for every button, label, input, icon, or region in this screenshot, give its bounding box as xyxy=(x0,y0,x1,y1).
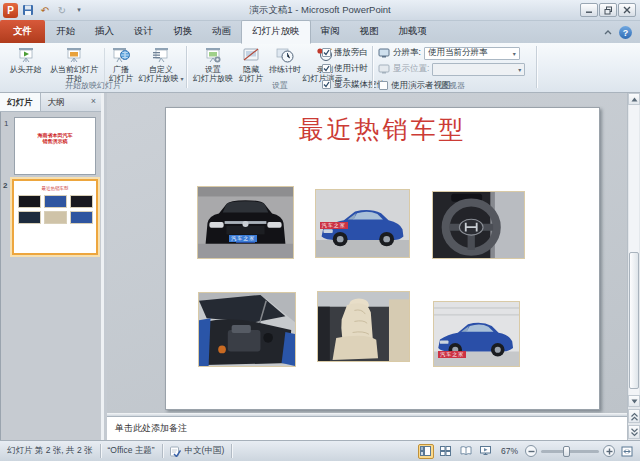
slide2-thumbnail[interactable]: 最近热销车型 xyxy=(12,179,98,255)
zoom-out-button[interactable] xyxy=(525,445,537,457)
tab-outline[interactable]: 大纲 xyxy=(41,93,72,111)
thumb-mini-image xyxy=(44,211,67,224)
slide1-number: 1 xyxy=(4,119,8,128)
slide-counter: 幻灯片 第 2 张, 共 2 张 xyxy=(0,445,100,457)
tab-slideshow[interactable]: 幻灯片放映 xyxy=(241,20,311,44)
help-icon[interactable]: ? xyxy=(619,26,632,39)
monitor-icon xyxy=(378,48,390,59)
from-beginning-button[interactable]: 从头开始 xyxy=(5,45,46,85)
resolution-row: 分辨率: 使用当前分辨率 ▾ xyxy=(378,46,520,60)
display-on-row: 显示位置: ▾ xyxy=(378,62,525,76)
scroll-up-button[interactable] xyxy=(628,93,640,105)
quick-access-toolbar: P ↶ ↻ ▾ xyxy=(0,3,86,18)
zoom-slider[interactable] xyxy=(541,450,599,453)
divider xyxy=(104,48,105,84)
broadcast-slideshow-button[interactable]: 广播 幻灯片 xyxy=(106,45,136,85)
scrollbar-track[interactable] xyxy=(629,105,639,395)
checkbox-use-timings[interactable]: 使用计时 xyxy=(322,63,368,74)
normal-view-button[interactable] xyxy=(418,444,434,459)
previous-slide-button[interactable] xyxy=(628,409,640,423)
slide-title[interactable]: 最近热销车型 xyxy=(166,113,599,146)
photo-black-honda-front[interactable]: 汽车之家 xyxy=(197,186,294,259)
powerpoint-logo-icon[interactable]: P xyxy=(3,3,18,18)
slideshow-view-button[interactable] xyxy=(478,444,494,459)
next-slide-button[interactable] xyxy=(628,425,640,439)
photo-blue-sedan-threequarter[interactable]: 汽车之家 xyxy=(433,301,520,367)
photo-steering-wheel[interactable] xyxy=(432,191,525,259)
ribbon-tab-bar: 文件 开始 插入 设计 切换 动画 幻灯片放映 审阅 视图 加载项 ? xyxy=(0,21,640,43)
slide-sorter-icon xyxy=(440,446,451,456)
group-divider xyxy=(536,46,537,88)
fit-to-window-icon xyxy=(621,446,633,457)
close-button[interactable] xyxy=(618,3,636,17)
tab-design[interactable]: 设计 xyxy=(124,21,163,43)
minus-icon xyxy=(528,448,535,455)
powerpoint-window: P ↶ ↻ ▾ 演示文稿1 - Microsoft PowerPoint 文件 … xyxy=(0,0,640,461)
slide-canvas[interactable]: 最近热销车型 汽车之家 xyxy=(165,107,600,410)
thumb-mini-image xyxy=(70,211,93,224)
slide-editing-area: 最近热销车型 汽车之家 xyxy=(107,93,627,413)
hide-slide-button[interactable]: 隐藏 幻灯片 xyxy=(236,45,266,85)
close-pane-icon[interactable]: × xyxy=(86,93,101,111)
resolution-select[interactable]: 使用当前分辨率 ▾ xyxy=(424,47,520,60)
scrollbar-thumb[interactable] xyxy=(629,252,639,389)
group-divider xyxy=(186,46,187,88)
reading-view-button[interactable] xyxy=(458,444,474,459)
zoom-in-button[interactable] xyxy=(603,445,615,457)
display-on-label: 显示位置: xyxy=(393,63,429,75)
hide-slide-icon xyxy=(241,45,261,65)
window-title: 演示文稿1 - Microsoft PowerPoint xyxy=(0,4,640,17)
dropdown-caret-icon: ▾ xyxy=(510,50,519,57)
rehearse-timings-button[interactable]: 排练计时 xyxy=(266,45,304,85)
checkbox-label: 播放旁白 xyxy=(334,47,368,59)
slide-sorter-view-button[interactable] xyxy=(438,444,454,459)
tab-home[interactable]: 开始 xyxy=(46,21,85,43)
tab-addins[interactable]: 加载项 xyxy=(389,21,438,43)
tab-review[interactable]: 审阅 xyxy=(311,21,350,43)
collapse-ribbon-icon[interactable] xyxy=(603,29,613,36)
slide2-thumb-title: 最近热销车型 xyxy=(14,186,96,191)
checkbox-checked-icon xyxy=(322,64,331,73)
group-label-monitors: 监视器 xyxy=(372,80,534,91)
notes-pane[interactable]: 单击此处添加备注 xyxy=(107,416,627,440)
checkbox-play-narrations[interactable]: 播放旁白 xyxy=(322,47,368,58)
theme-name[interactable]: “Office 主题” xyxy=(101,445,162,457)
from-beginning-label: 从头开始 xyxy=(10,65,42,74)
slides-panel-tabs: 幻灯片 大纲 × xyxy=(0,93,101,112)
minimize-button[interactable] xyxy=(580,3,598,17)
zoom-slider-thumb[interactable] xyxy=(563,446,570,457)
minimize-icon xyxy=(585,6,593,14)
tab-file[interactable]: 文件 xyxy=(0,20,45,43)
redo-button[interactable]: ↻ xyxy=(55,3,69,17)
photo-leather-seats[interactable] xyxy=(317,291,410,362)
tab-insert[interactable]: 插入 xyxy=(85,21,124,43)
tab-transitions[interactable]: 切换 xyxy=(163,21,202,43)
custom-slideshow-button[interactable]: 自定义 幻灯片放映 ▾ xyxy=(137,45,185,85)
reading-view-icon xyxy=(460,446,472,456)
arrow-down-icon xyxy=(631,399,638,404)
language-indicator[interactable]: 中文(中国) xyxy=(163,445,232,457)
fit-to-window-button[interactable] xyxy=(619,444,635,459)
setup-slideshow-button[interactable]: 设置 幻灯片放映 xyxy=(190,45,236,85)
photo-engine-bay[interactable] xyxy=(198,292,296,367)
save-button[interactable] xyxy=(21,3,35,17)
qat-dropdown-caret-icon[interactable]: ▾ xyxy=(72,3,86,17)
from-current-slide-button[interactable]: 从当前幻灯片 开始 xyxy=(46,45,102,85)
restore-button[interactable] xyxy=(599,3,617,17)
zoom-level[interactable]: 67% xyxy=(498,446,521,456)
slideshow-view-icon xyxy=(480,446,491,456)
scroll-down-button[interactable] xyxy=(628,395,640,407)
tab-slides-thumbnails[interactable]: 幻灯片 xyxy=(0,93,41,111)
group-label-start-show: 开始放映幻灯片 xyxy=(2,80,184,91)
resolution-label: 分辨率: xyxy=(393,47,421,59)
tab-animations[interactable]: 动画 xyxy=(202,21,241,43)
status-bar: 幻灯片 第 2 张, 共 2 张 “Office 主题” 中文(中国) 67% xyxy=(0,440,640,461)
undo-button[interactable]: ↶ xyxy=(38,3,52,17)
tab-view[interactable]: 视图 xyxy=(350,21,389,43)
slide1-thumbnail[interactable]: 海南省本田汽车 销售演示稿 xyxy=(14,117,96,175)
thumb-mini-image xyxy=(70,195,93,208)
photo-blue-sedan-side[interactable]: 汽车之家 xyxy=(315,189,410,258)
slide2-number: 2 xyxy=(3,181,7,190)
thumb-mini-image xyxy=(18,211,41,224)
thumb-mini-image xyxy=(44,195,67,208)
